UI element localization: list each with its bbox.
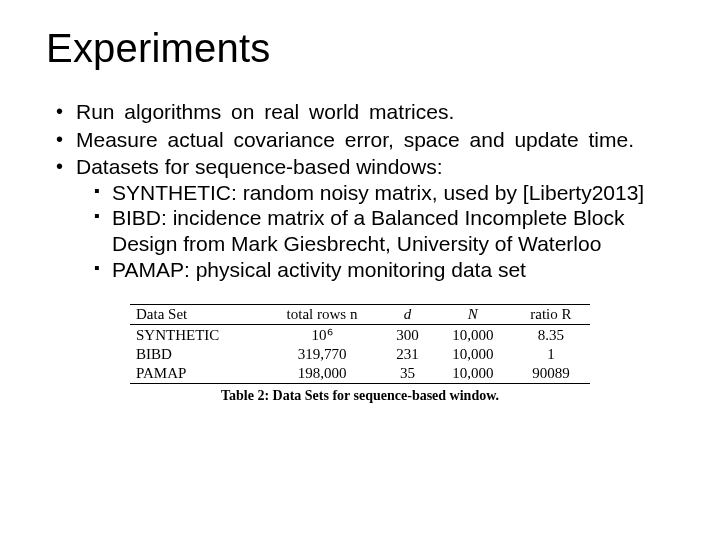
table-cell: 1	[512, 345, 590, 364]
table-cell: BIBD	[130, 345, 263, 364]
bullet-list: Run algorithms on real world matrices. M…	[46, 99, 674, 282]
table-cell: 231	[381, 345, 434, 364]
col-header: N	[434, 305, 512, 325]
table-cell: 90089	[512, 364, 590, 384]
table-cell: 300	[381, 325, 434, 346]
table-cell: 10,000	[434, 364, 512, 384]
table-header-row: Data Set total rows n d N ratio R	[130, 305, 590, 325]
sub-bullet-item: SYNTHETIC: random noisy matrix, used by …	[94, 180, 674, 206]
table-cell: SYNTHETIC	[130, 325, 263, 346]
bullet-item: Run algorithms on real world matrices.	[56, 99, 674, 125]
table-row: SYNTHETIC 10⁶ 300 10,000 8.35	[130, 325, 590, 346]
data-table: Data Set total rows n d N ratio R SYNTHE…	[130, 304, 590, 384]
col-header: ratio R	[512, 305, 590, 325]
table-cell: 8.35	[512, 325, 590, 346]
slide: Experiments Run algorithms on real world…	[0, 0, 720, 540]
table-cell: PAMAP	[130, 364, 263, 384]
col-header: d	[381, 305, 434, 325]
bullet-text: Datasets for sequence-based windows:	[76, 155, 443, 178]
table-cell: 10,000	[434, 345, 512, 364]
table-cell: 10,000	[434, 325, 512, 346]
data-table-wrap: Data Set total rows n d N ratio R SYNTHE…	[130, 304, 590, 404]
table-cell: 198,000	[263, 364, 381, 384]
table-caption: Table 2: Data Sets for sequence-based wi…	[130, 388, 590, 404]
slide-title: Experiments	[46, 26, 674, 71]
col-header: total rows n	[263, 305, 381, 325]
sub-bullet-item: BIBD: incidence matrix of a Balanced Inc…	[94, 205, 674, 256]
bullet-item: Datasets for sequence-based windows: SYN…	[56, 154, 674, 282]
table-row: PAMAP 198,000 35 10,000 90089	[130, 364, 590, 384]
col-header: Data Set	[130, 305, 263, 325]
table-row: BIBD 319,770 231 10,000 1	[130, 345, 590, 364]
table-cell: 319,770	[263, 345, 381, 364]
sub-bullet-item: PAMAP: physical activity monitoring data…	[94, 257, 674, 283]
bullet-item: Measure actual covariance error, space a…	[56, 127, 674, 153]
sub-bullet-list: SYNTHETIC: random noisy matrix, used by …	[76, 180, 674, 282]
table-cell: 10⁶	[263, 325, 381, 346]
table-cell: 35	[381, 364, 434, 384]
